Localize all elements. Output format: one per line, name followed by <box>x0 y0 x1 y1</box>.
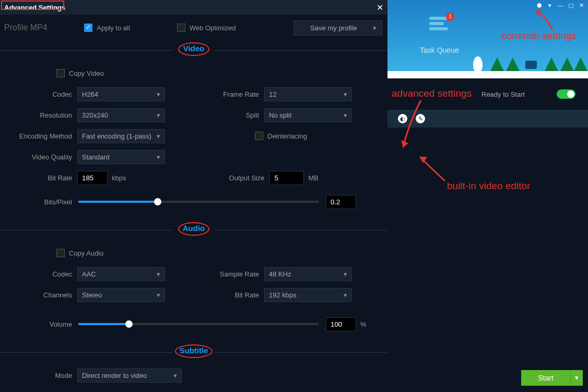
subtitle-form: Mode Direct render to video <box>0 365 387 386</box>
tree-decoration <box>573 57 588 72</box>
right-panel: ⬢ ▾ — ▢ ✕ 1 Task Queue Ready to Start ◐ … <box>387 0 588 392</box>
window-controls: ⬢ ▾ — ▢ ✕ <box>535 1 586 9</box>
pin-icon[interactable]: ⬢ <box>535 1 544 9</box>
resolution-select[interactable]: 320x240 <box>77 108 165 122</box>
close-window-icon[interactable]: ✕ <box>577 1 586 9</box>
audio-codec-label: Codec <box>10 270 77 278</box>
copy-audio-checkbox[interactable]: Copy Audio <box>56 249 104 257</box>
volume-unit: % <box>360 320 367 328</box>
annotation-oval <box>178 222 209 236</box>
copy-video-label: Copy Video <box>69 70 104 77</box>
checkbox-icon <box>255 132 263 140</box>
sample-rate-label: Sample Rate <box>202 270 264 278</box>
menu-icon[interactable]: ▾ <box>545 1 555 9</box>
resolution-label: Resolution <box>10 111 77 119</box>
video-form: Copy Video Codec H264 Frame Rate 12 Reso… <box>0 63 387 212</box>
start-button[interactable]: Start <box>521 370 570 386</box>
split-select[interactable]: No split <box>264 108 352 122</box>
bpp-slider[interactable] <box>78 201 319 203</box>
deinterlacing-checkbox[interactable]: Deinterlacing <box>255 132 307 140</box>
output-unit: MB <box>308 174 319 182</box>
ready-toggle[interactable] <box>557 89 575 99</box>
apply-all-label: Apply to all <box>97 24 130 32</box>
status-row: Ready to Start <box>387 78 588 110</box>
close-icon[interactable]: ✕ <box>377 3 383 13</box>
checkbox-icon <box>84 24 92 32</box>
output-label: Output Size <box>207 174 269 182</box>
snow-decoration <box>387 71 588 78</box>
annotation-oval <box>178 42 209 56</box>
task-queue-label[interactable]: Task Queue <box>420 46 459 54</box>
slider-thumb[interactable] <box>125 320 133 328</box>
save-profile-dropdown[interactable]: Save my profile <box>293 20 382 36</box>
copy-audio-label: Copy Audio <box>69 249 104 257</box>
audio-form: Copy Audio Codec AAC Sample Rate 48 KHz … <box>0 243 387 335</box>
subtitle-mode-select[interactable]: Direct render to video <box>77 368 182 383</box>
web-optimized-label: Web Optimized <box>190 24 236 32</box>
checkbox-icon <box>177 24 185 32</box>
profile-label: Profile MP4 <box>4 23 48 32</box>
quality-label: Video Quality <box>10 153 77 161</box>
split-label: Split <box>202 111 264 119</box>
bitrate-label: Bit Rate <box>10 174 77 182</box>
audio-bitrate-label: Bit Rate <box>202 291 264 299</box>
task-queue-icon[interactable] <box>429 17 448 32</box>
notification-badge: 1 <box>446 13 454 21</box>
advanced-settings-panel: Advanced Settings ✕ Profile MP4 Apply to… <box>0 0 387 392</box>
volume-input[interactable] <box>326 317 356 331</box>
bpp-input[interactable] <box>326 195 356 209</box>
bitrate-input[interactable] <box>77 171 108 185</box>
maximize-icon[interactable]: ▢ <box>566 1 575 9</box>
volume-slider[interactable] <box>78 323 319 325</box>
audio-codec-select[interactable]: AAC <box>77 267 165 281</box>
annotation-box-title <box>1 1 64 10</box>
frame-rate-select[interactable]: 12 <box>264 87 352 101</box>
checkbox-icon <box>56 249 65 257</box>
section-header-audio: Audio <box>0 224 387 236</box>
deer-decoration <box>525 61 537 69</box>
section-header-subtitle: Subtitle <box>0 346 387 359</box>
tree-decoration <box>490 57 504 72</box>
tree-decoration <box>560 57 574 72</box>
minimize-icon[interactable]: — <box>556 1 565 9</box>
slider-thumb[interactable] <box>154 198 161 205</box>
settings-gear-icon[interactable]: ◐ <box>398 114 407 123</box>
channels-select[interactable]: Stereo <box>77 288 165 302</box>
frame-rate-label: Frame Rate <box>202 90 264 98</box>
tool-row: ◐ ✎ <box>387 110 588 128</box>
quality-select[interactable]: Standard <box>77 150 165 164</box>
encoding-select[interactable]: Fast encoding (1-pass) <box>77 129 165 143</box>
output-size-input[interactable] <box>269 171 304 185</box>
editor-pencil-icon[interactable]: ✎ <box>416 114 425 123</box>
codec-label: Codec <box>10 90 77 98</box>
bpp-label: Bits/Pixel <box>10 198 77 206</box>
volume-label: Volume <box>10 320 77 328</box>
start-button-group: Start ▾ <box>521 370 583 386</box>
checkbox-icon <box>56 69 65 77</box>
ready-label: Ready to Start <box>481 90 525 98</box>
annotation-oval <box>175 344 213 358</box>
web-optimized-checkbox[interactable]: Web Optimized <box>177 24 236 32</box>
encoding-label: Encoding Method <box>10 132 77 140</box>
snowman-decoration <box>473 56 483 72</box>
tree-decoration <box>544 57 559 72</box>
bitrate-unit: kbps <box>112 174 126 182</box>
codec-select[interactable]: H264 <box>77 87 165 101</box>
channels-label: Channels <box>10 291 77 299</box>
audio-bitrate-select[interactable]: 192 kbps <box>264 288 352 302</box>
tree-decoration <box>505 57 520 72</box>
app-header: ⬢ ▾ — ▢ ✕ 1 Task Queue <box>387 0 588 78</box>
sample-rate-select[interactable]: 48 KHz <box>264 267 352 281</box>
profile-row: Profile MP4 Apply to all Web Optimized S… <box>0 15 387 41</box>
copy-video-checkbox[interactable]: Copy Video <box>56 69 104 77</box>
section-header-video: Video <box>0 44 387 56</box>
apply-all-checkbox[interactable]: Apply to all <box>84 24 130 32</box>
subtitle-mode-label: Mode <box>10 372 77 379</box>
start-dropdown-icon[interactable]: ▾ <box>570 370 583 386</box>
deinterlacing-label: Deinterlacing <box>267 132 307 140</box>
